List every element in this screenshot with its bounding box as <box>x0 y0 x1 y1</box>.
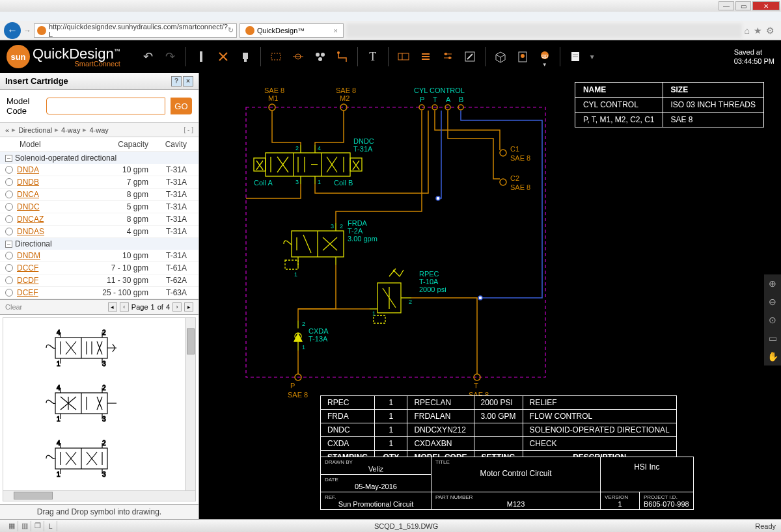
page-last-button[interactable]: ▸ <box>184 302 193 312</box>
zoom-fit-icon[interactable]: ⊙ <box>766 313 779 326</box>
list-item[interactable]: DCEF 25 - 100 gpm T-63A <box>0 287 199 299</box>
valve-tool-icon[interactable] <box>213 46 233 68</box>
page-first-button[interactable]: ◂ <box>108 302 117 312</box>
window-minimize-button[interactable]: — <box>719 1 734 10</box>
model-link[interactable]: DNCAZ <box>17 215 90 224</box>
radio-icon[interactable] <box>5 215 13 223</box>
preview-hscrollbar[interactable] <box>3 490 195 501</box>
expand-icon[interactable]: – <box>5 241 12 248</box>
list-item[interactable]: DNCA 8 gpm T-31A <box>0 189 199 201</box>
list-item[interactable]: DNDA 10 gpm T-31A <box>0 164 199 176</box>
help-icon[interactable]: qp▼ <box>535 46 555 68</box>
settings-gear-icon[interactable]: ⚙ <box>766 25 774 36</box>
svg-text:3: 3 <box>102 416 106 423</box>
redo-button[interactable]: ↷ <box>161 46 180 68</box>
radio-icon[interactable] <box>5 166 13 174</box>
layers-icon[interactable]: ❐ <box>31 521 44 531</box>
cartridge-tool-icon[interactable] <box>191 46 211 68</box>
clear-button[interactable]: Clear <box>5 303 22 311</box>
favorites-icon[interactable]: ★ <box>754 25 762 36</box>
page-prev-button[interactable]: ‹ <box>120 302 129 312</box>
radio-icon[interactable] <box>5 191 13 198</box>
preview-vscrollbar[interactable] <box>185 318 195 501</box>
text-tool-icon[interactable]: T <box>363 46 383 68</box>
browser-url-field[interactable]: http://quickdesigndev.sunhydraulics.com/… <box>34 23 237 38</box>
list-item[interactable]: DCCF 7 - 10 gpm T-61A <box>0 262 199 274</box>
cavity-value: T-31A <box>148 190 193 199</box>
model-link[interactable]: DNDC <box>17 202 90 211</box>
valve-symbol-preview[interactable]: 4213 <box>29 435 133 481</box>
valve-symbol-preview[interactable]: 4213 <box>29 325 133 370</box>
browser-back-button[interactable]: ← <box>4 22 21 39</box>
list-item[interactable]: DCDF 11 - 30 gpm T-62A <box>0 274 199 287</box>
notes-icon[interactable] <box>566 46 585 68</box>
model-link[interactable]: DNDM <box>17 251 90 260</box>
model-link[interactable]: DCDF <box>17 276 90 285</box>
expand-icon[interactable]: – <box>5 155 12 162</box>
panel-help-icon[interactable]: ? <box>171 76 182 86</box>
panel-layout-icon[interactable] <box>394 46 413 68</box>
radio-icon[interactable] <box>5 252 13 259</box>
sun-doc-icon[interactable] <box>513 46 532 68</box>
shape-l-icon[interactable]: L <box>44 521 57 531</box>
breadcrumb-item[interactable]: 4-way <box>61 126 80 134</box>
tab-close-icon[interactable]: × <box>334 27 338 34</box>
edit-pencil-icon[interactable] <box>460 46 480 68</box>
home-icon[interactable]: ⌂ <box>745 25 750 36</box>
grid-dots-icon[interactable]: ▦ <box>5 521 18 531</box>
breadcrumb-item[interactable]: 4-way <box>89 126 108 134</box>
undo-button[interactable]: ↶ <box>139 46 158 68</box>
list-item[interactable]: DNDC 5 gpm T-31A <box>0 201 199 213</box>
zoom-out-icon[interactable]: ⊖ <box>766 295 779 308</box>
notes-dropdown-icon[interactable]: ▼ <box>588 46 597 68</box>
page-next-button[interactable]: › <box>172 302 182 312</box>
page-current: 1 <box>151 303 155 311</box>
refresh-icon[interactable]: ↻ <box>228 26 234 34</box>
breadcrumb-item[interactable]: Directional <box>18 126 52 134</box>
screen-icon[interactable]: ▭ <box>766 332 779 345</box>
radio-icon[interactable] <box>5 264 13 272</box>
zoom-in-icon[interactable]: ⊕ <box>766 277 779 290</box>
radio-icon[interactable] <box>5 178 13 186</box>
package-icon[interactable] <box>491 46 510 68</box>
svg-text:2: 2 <box>302 321 305 327</box>
list-group-header[interactable]: –Solenoid-operated directional <box>0 152 199 164</box>
model-link[interactable]: DCEF <box>17 288 90 297</box>
radio-icon[interactable] <box>5 203 13 211</box>
list-view-icon[interactable] <box>416 46 435 68</box>
col-cavity: Cavity <box>148 140 193 149</box>
panel-close-icon[interactable]: × <box>183 76 193 86</box>
port-table: NAMESIZE CYL CONTROLISO 03 INCH THREADS … <box>575 82 764 127</box>
model-link[interactable]: DNCA <box>17 190 90 199</box>
radio-icon[interactable] <box>5 289 13 297</box>
model-link[interactable]: DNDA <box>17 165 90 174</box>
collapse-icon[interactable]: [ - ] <box>184 126 193 133</box>
window-close-button[interactable]: ✕ <box>752 1 780 10</box>
browser-forward-button[interactable]: → <box>23 26 31 35</box>
model-code-input[interactable] <box>46 98 165 114</box>
grid-lines-icon[interactable]: ▥ <box>18 521 31 531</box>
component-tool-icon[interactable] <box>236 46 255 68</box>
svg-text:4: 4 <box>57 384 61 392</box>
settings-sliders-icon[interactable] <box>438 46 458 68</box>
model-link[interactable]: DCCF <box>17 263 90 273</box>
list-item[interactable]: DNCAZ 8 gpm T-31A <box>0 213 199 226</box>
model-link[interactable]: DNDAS <box>17 227 90 236</box>
radio-icon[interactable] <box>5 276 13 284</box>
breadcrumb-back-icon[interactable]: « <box>5 126 9 134</box>
wire-tool-icon[interactable] <box>333 46 352 68</box>
list-item[interactable]: DNDB 7 gpm T-31A <box>0 176 199 189</box>
node-tool-icon[interactable] <box>288 46 308 68</box>
radio-icon[interactable] <box>5 228 13 235</box>
browser-tab[interactable]: QuickDesign™ × <box>240 23 344 38</box>
list-group-header[interactable]: –Directional <box>0 238 199 250</box>
go-button[interactable]: GO <box>171 98 192 114</box>
list-item[interactable]: DNDAS 4 gpm T-31A <box>0 226 199 238</box>
select-rect-icon[interactable] <box>266 46 286 68</box>
window-restore-button[interactable]: ▭ <box>735 1 751 10</box>
list-item[interactable]: DNDM 10 gpm T-31A <box>0 250 199 262</box>
valve-symbol-preview[interactable]: 4213 <box>29 380 133 425</box>
group-tool-icon[interactable] <box>310 46 330 68</box>
model-link[interactable]: DNDB <box>17 178 90 187</box>
pan-hand-icon[interactable]: ✋ <box>766 350 779 363</box>
